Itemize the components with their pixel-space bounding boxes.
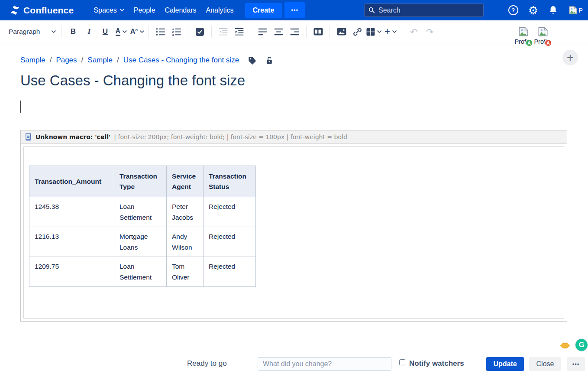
unknown-macro-block[interactable]: Unknown macro: 'cell' | font-size: 200px… <box>20 130 567 322</box>
brand-name: Confluence <box>23 5 74 16</box>
nav-spaces[interactable]: Spaces <box>94 7 124 14</box>
align-right-button[interactable] <box>288 25 302 39</box>
footer-more-button[interactable]: ••• <box>567 357 585 371</box>
notifications-bell-icon[interactable] <box>548 5 558 15</box>
redo-button[interactable]: ↷ <box>423 25 437 39</box>
table-cell: 1216.13 <box>29 227 114 257</box>
confluence-editor-window: Confluence Spaces People Calendars Analy… <box>0 0 588 374</box>
outdent-icon <box>219 27 228 36</box>
toolbar-divider <box>211 26 212 38</box>
underline-button[interactable]: U <box>98 25 112 39</box>
bullet-list-button[interactable] <box>153 25 168 39</box>
page-title[interactable]: Use Cases - Changing the font size <box>20 72 245 89</box>
task-list-button[interactable] <box>193 25 207 39</box>
macro-scroll-icon <box>25 133 32 141</box>
confluence-logo[interactable]: Confluence <box>10 5 74 16</box>
chevron-down-icon <box>377 30 381 33</box>
table-cell: Rejected <box>204 197 256 227</box>
table-row: 1216.13 Mortgage Loans Andy Wilson Rejec… <box>29 227 256 257</box>
table-cell: Tom Oliver <box>167 257 204 287</box>
user-avatar[interactable]: P <box>568 5 583 15</box>
top-navbar: Confluence Spaces People Calendars Analy… <box>0 0 588 20</box>
broken-image-icon <box>568 5 578 15</box>
text-color-button[interactable]: A <box>114 25 128 39</box>
page-layout-button[interactable] <box>311 25 325 39</box>
create-button[interactable]: Create <box>245 3 282 18</box>
toolbar-divider <box>251 26 251 38</box>
labels-tag-icon[interactable] <box>248 56 256 65</box>
macro-header: Unknown macro: 'cell' | font-size: 200px… <box>21 130 567 144</box>
search-input[interactable] <box>378 7 479 14</box>
table-row: 1209.75 Loan Settlement Tom Oliver Rejec… <box>29 257 256 287</box>
add-page-button[interactable]: + <box>562 50 578 65</box>
bullet-list-icon <box>156 27 165 36</box>
italic-button[interactable]: I <box>82 25 96 39</box>
align-center-icon <box>274 28 283 36</box>
search-icon <box>368 7 375 13</box>
confluence-logo-icon <box>10 5 20 16</box>
align-left-button[interactable] <box>255 25 270 39</box>
table-cell: Loan Settlement <box>114 257 167 287</box>
task-checkbox-icon <box>196 28 204 36</box>
align-center-button[interactable] <box>271 25 286 39</box>
editor-toolbar: Paragraph B I U A Ao 1 2 3 <box>0 20 588 43</box>
numbered-list-button[interactable]: 1 2 3 <box>169 25 184 39</box>
insert-link-button[interactable] <box>350 25 365 39</box>
table-cell: Peter Jacobs <box>167 197 204 227</box>
unlock-icon[interactable] <box>265 56 273 65</box>
toolbar-divider <box>330 26 330 38</box>
table-row: 1245.38 Loan Settlement Peter Jacobs Rej… <box>29 197 256 227</box>
table-header-row: Transaction_Amount Transaction Type Serv… <box>29 166 256 197</box>
numbered-list-icon: 1 2 3 <box>172 27 181 36</box>
formatting-more-button[interactable]: Ao <box>130 25 144 39</box>
navbar-more-button[interactable]: ••• <box>284 2 305 18</box>
editor-footer-bar: Ready to go Notify watchers Update Close… <box>0 353 588 374</box>
version-comment-input[interactable] <box>258 357 391 371</box>
nav-calendars[interactable]: Calendars <box>165 7 197 14</box>
gear-icon[interactable]: ⚙ <box>528 5 538 16</box>
breadcrumb-link[interactable]: Pages <box>56 56 77 65</box>
toolbar-divider <box>188 26 188 38</box>
image-icon <box>337 28 346 36</box>
bold-button[interactable]: B <box>66 25 80 39</box>
macro-params: | font-size: 200px; font-weight: bold; |… <box>114 133 347 140</box>
table-cell: 1209.75 <box>29 257 114 287</box>
chevron-down-icon <box>120 9 124 12</box>
insert-image-button[interactable] <box>334 25 349 39</box>
collaborator-badge-green: A <box>525 39 533 47</box>
insert-table-button[interactable] <box>366 25 381 39</box>
nav-analytics[interactable]: Analytics <box>206 7 233 14</box>
page-layout-icon <box>313 28 323 36</box>
update-button[interactable]: Update <box>486 357 524 371</box>
insert-more-button[interactable]: + <box>383 25 397 39</box>
navbar-right-icons: ? ⚙ P <box>508 0 583 20</box>
macro-title: Unknown macro: 'cell' <box>36 133 110 140</box>
collaborator-badge-red: A <box>544 39 552 47</box>
toolbar-divider <box>149 26 149 38</box>
outdent-button[interactable] <box>216 25 230 39</box>
notify-watchers-checkbox[interactable] <box>399 359 405 365</box>
indent-button[interactable] <box>232 25 246 39</box>
table-cell: Loan Settlement <box>114 197 167 227</box>
breadcrumb-link[interactable]: Sample <box>87 56 113 65</box>
link-icon <box>353 27 362 36</box>
undo-button[interactable]: ↶ <box>407 25 421 39</box>
col-header: Service Agent <box>167 166 204 197</box>
broken-image-icon <box>537 26 549 37</box>
help-icon[interactable]: ? <box>508 5 518 15</box>
breadcrumb-link[interactable]: Sample <box>20 56 45 65</box>
col-header: Transaction Type <box>114 166 167 197</box>
paragraph-style-dropdown[interactable]: Paragraph <box>9 28 56 36</box>
handshake-icon[interactable] <box>559 339 571 353</box>
align-left-icon <box>258 28 267 36</box>
chevron-down-icon <box>52 30 56 33</box>
grammarly-icon[interactable]: G <box>575 338 588 351</box>
nav-people[interactable]: People <box>134 7 155 14</box>
transactions-table: Transaction_Amount Transaction Type Serv… <box>29 166 256 287</box>
search-box[interactable] <box>364 3 484 17</box>
macro-body-panel: Transaction_Amount Transaction Type Serv… <box>23 146 564 319</box>
breadcrumb-link[interactable]: Use Cases - Changing the font size <box>123 56 239 65</box>
close-button[interactable]: Close <box>529 357 561 371</box>
toolbar-divider <box>402 26 402 38</box>
broken-image-icon <box>518 26 529 37</box>
